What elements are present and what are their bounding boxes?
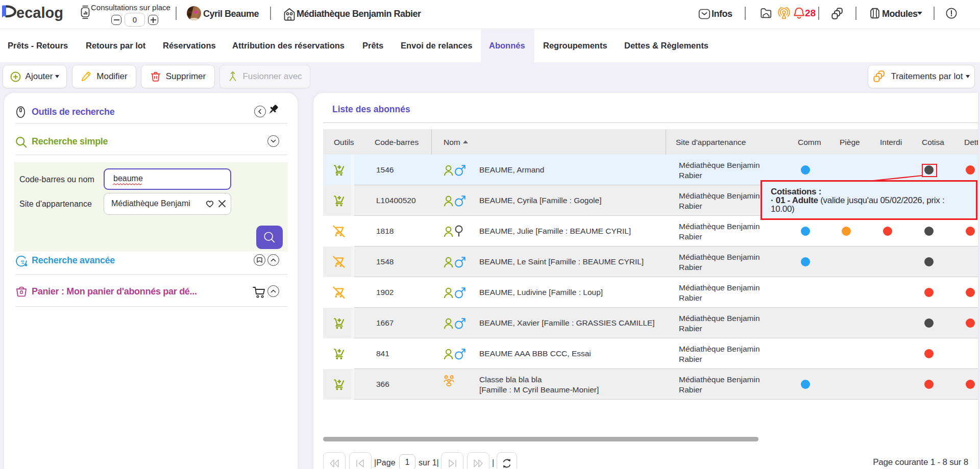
svg-text:ecalog: ecalog [16,5,63,21]
